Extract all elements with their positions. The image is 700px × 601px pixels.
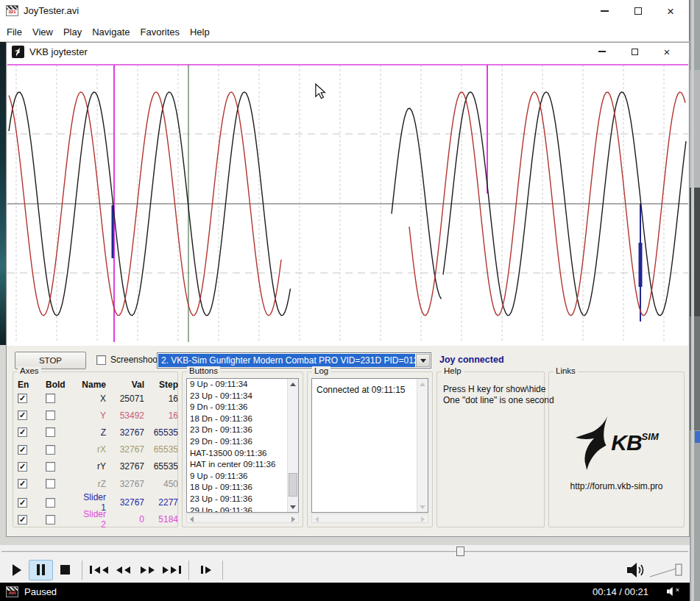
bold-checkbox[interactable] — [46, 410, 55, 420]
increase-speed-button[interactable] — [135, 560, 160, 580]
skip-back-button[interactable] — [87, 560, 111, 580]
axes-row-slider-1: ✓Slider 1327672277 — [13, 492, 177, 509]
volume-thumb[interactable] — [676, 564, 682, 575]
bold-checkbox[interactable] — [46, 479, 55, 488]
close-icon: × — [664, 46, 671, 58]
forum-link[interactable]: http://forum.vkb-sim.pro — [549, 481, 684, 491]
seek-bar[interactable] — [0, 544, 690, 558]
bold-checkbox[interactable] — [46, 515, 55, 524]
status-file-icon: AVI — [6, 586, 18, 597]
log-list-vscrollbar — [417, 379, 428, 512]
axis-step: 65535 — [144, 427, 178, 438]
volume-slider[interactable] — [647, 562, 685, 578]
skip-forward-icon — [179, 566, 181, 574]
axes-row-rz: ✓rZ32767450 — [13, 475, 177, 492]
button-event-item[interactable]: 29 Up - 09:11:36 — [187, 505, 298, 513]
device-dropdown-button — [416, 354, 430, 367]
speaker-icon[interactable] — [626, 562, 647, 578]
vkb-sim-logo: KB SIM — [549, 415, 684, 471]
axis-name: Slider 2 — [78, 509, 106, 530]
player-app-icon: 321 — [6, 5, 18, 16]
enable-checkbox[interactable]: ✓ — [18, 427, 27, 437]
vkb-control-panel: STOP Screenshoot 2. VKB-Sim Gunfighter M… — [7, 346, 688, 536]
decrease-speed-button[interactable] — [111, 560, 135, 580]
axes-header-name: Name — [78, 380, 106, 390]
player-window-title: JoyTester.avi — [24, 5, 79, 16]
axis-name: rY — [78, 461, 106, 472]
player-minimize-button[interactable] — [587, 0, 621, 22]
menu-favorites[interactable]: Favorites — [141, 26, 180, 38]
axis-name: Z — [78, 427, 106, 438]
video-area[interactable]: VKB joytester × STOP Screenshoot 2. VKB-… — [0, 41, 690, 544]
menu-play[interactable]: Play — [63, 26, 82, 38]
menu-file[interactable]: File — [7, 26, 22, 38]
button-event-item[interactable]: 9 Up - 09:11:34 — [187, 379, 298, 391]
bold-checkbox[interactable] — [46, 427, 55, 437]
axes-header-en: En — [18, 380, 46, 390]
menu-help[interactable]: Help — [190, 26, 210, 38]
enable-checkbox[interactable]: ✓ — [18, 445, 27, 455]
axes-oscilloscope-graph — [7, 61, 688, 346]
log-list: Connected at 09:11:15 — [311, 378, 428, 513]
enable-checkbox[interactable]: ✓ — [18, 394, 27, 403]
skip-forward-button[interactable] — [160, 560, 184, 580]
skip-back-icon — [102, 566, 108, 574]
minimize-icon — [601, 10, 609, 12]
button-event-item[interactable]: 9 Up - 09:11:36 — [187, 471, 298, 483]
help-text: One "dot line" is one second — [443, 395, 554, 405]
seek-thumb[interactable] — [456, 547, 464, 556]
log-list-hscrollbar — [311, 513, 428, 523]
skip-forward-icon — [171, 566, 177, 574]
clapper-icon-text: AVI — [7, 591, 18, 596]
pause-icon — [37, 564, 40, 575]
button-event-item[interactable]: 9 Dn - 09:11:36 — [187, 402, 298, 413]
axis-name: Y — [78, 410, 106, 421]
enable-checkbox[interactable]: ✓ — [18, 498, 27, 508]
player-maximize-button[interactable] — [621, 0, 655, 22]
bold-checkbox[interactable] — [46, 394, 55, 403]
enable-checkbox[interactable]: ✓ — [18, 479, 27, 488]
axis-val: 32767 — [106, 444, 144, 455]
button-event-item[interactable]: HAT in center 09:11:36 — [187, 459, 298, 471]
enable-checkbox[interactable]: ✓ — [18, 410, 27, 420]
button-event-item[interactable]: 23 Up - 09:11:36 — [187, 494, 298, 505]
button-event-item[interactable]: 29 Dn - 09:11:36 — [187, 436, 298, 448]
pause-button[interactable] — [29, 560, 53, 580]
bold-checkbox[interactable] — [46, 462, 55, 472]
audio-mute-indicator[interactable]: × — [667, 587, 679, 596]
seek-groove — [1, 551, 688, 552]
menu-view[interactable]: View — [32, 26, 53, 38]
enable-checkbox[interactable]: ✓ — [18, 515, 27, 524]
scroll-up-arrow-icon — [417, 379, 428, 389]
button-event-item[interactable]: 18 Up - 09:11:36 — [187, 482, 298, 494]
play-button[interactable] — [4, 560, 29, 580]
enable-checkbox[interactable]: ✓ — [18, 462, 27, 472]
bold-checkbox[interactable] — [46, 445, 55, 455]
axes-header-bold: Bold — [46, 380, 78, 390]
button-event-item[interactable]: 23 Up - 09:11:34 — [187, 391, 298, 402]
button-event-item[interactable]: HAT-13500 09:11:36 — [187, 448, 298, 460]
stop-playback-button[interactable] — [53, 560, 77, 580]
menu-navigate[interactable]: Navigate — [92, 26, 130, 38]
axes-header-val: Val — [106, 380, 144, 390]
scroll-left-arrow-icon — [315, 516, 319, 522]
bold-checkbox[interactable] — [46, 498, 55, 508]
links-legend: Links — [554, 366, 578, 375]
player-close-button[interactable]: × — [654, 0, 687, 22]
device-dropdown-value: 2. VKB-Sim Gunfighter Modern Combat PRO … — [158, 354, 415, 367]
axis-name: rZ — [78, 479, 106, 489]
button-event-item[interactable]: 23 Dn - 09:11:36 — [187, 424, 298, 436]
screen: 321 JoyTester.avi × FileViewPlayNavigate… — [0, 0, 700, 601]
scroll-down-arrow-icon — [288, 502, 298, 512]
toolbar-separator — [188, 561, 189, 580]
minimize-icon — [598, 51, 606, 52]
toolbar-separator — [222, 561, 223, 580]
fast-forward-icon — [141, 566, 146, 574]
frame-step-button[interactable] — [194, 560, 218, 580]
button-event-item[interactable]: 18 Dn - 09:11:36 — [187, 413, 298, 425]
logo-kb-text: KB — [611, 430, 641, 455]
vkb-window-title: VKB joytester — [29, 46, 88, 57]
maximize-icon — [632, 49, 638, 55]
axis-step: 65535 — [144, 444, 178, 455]
player-statusbar: AVI Paused 00:14 / 00:21 × — [0, 583, 690, 601]
